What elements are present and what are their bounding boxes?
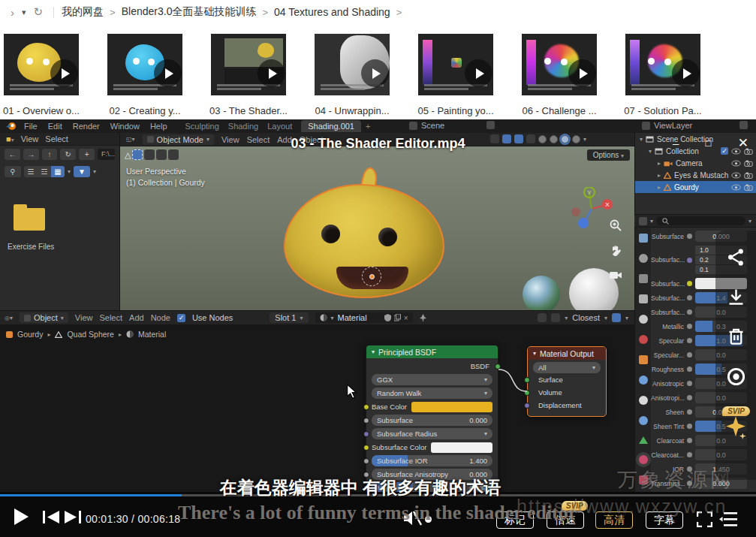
play-icon[interactable]: [465, 59, 492, 87]
video-player-frame[interactable]: File Edit Render Window Help Sculpting S…: [0, 119, 756, 537]
pan-hand-icon[interactable]: [609, 244, 622, 258]
favorite-star-icon[interactable]: [724, 415, 747, 439]
zoom-tool-icon[interactable]: [609, 219, 622, 232]
snap-mode-dropdown[interactable]: Closest: [572, 313, 600, 322]
search-icon[interactable]: ⚲: [5, 166, 21, 177]
breadcrumb-course[interactable]: Blender3.0全面基础技能训练: [122, 5, 257, 19]
render-visibility-icon[interactable]: [744, 160, 753, 167]
dropdown-field[interactable]: GGX▾: [372, 374, 492, 385]
snap-node-icon[interactable]: [551, 313, 560, 322]
detail-view-button[interactable]: ☲: [38, 166, 51, 177]
menu-help[interactable]: Help: [150, 122, 167, 131]
node-menu-select[interactable]: Select: [99, 313, 122, 322]
workspace-tab-sculpting[interactable]: Sculpting: [185, 122, 219, 131]
next-button[interactable]: [65, 511, 81, 523]
forward-arrow-icon[interactable]: ›: [11, 6, 14, 19]
bsdf-row-base-color[interactable]: Base Color: [372, 401, 492, 412]
value-field[interactable]: Subsurface0.000: [372, 415, 492, 426]
output-input-displacement[interactable]: Displacement: [528, 399, 606, 412]
material-name-field[interactable]: ▾ Material ×: [315, 312, 413, 323]
workspace-tab-layout[interactable]: Layout: [267, 122, 292, 131]
animate-dot[interactable]: [687, 234, 692, 239]
properties-tab-material-icon[interactable]: [639, 455, 648, 464]
bsdf-row-subsurface-radius[interactable]: Subsurface Radius▾: [372, 428, 492, 439]
search-field[interactable]: [656, 216, 745, 225]
render-visibility-icon[interactable]: [744, 184, 753, 191]
animate-dot[interactable]: [687, 281, 692, 286]
animate-dot[interactable]: [687, 395, 692, 400]
3d-viewport[interactable]: ◱▾ Object Mode ▾ View Select Add Object: [120, 133, 634, 310]
bsdf-row-ggx[interactable]: GGX▾: [372, 374, 492, 385]
video-thumbnail-card[interactable]: 07 - Solution Pa...: [625, 34, 700, 95]
thumbnail-image[interactable]: [107, 34, 182, 95]
share-icon[interactable]: [726, 247, 746, 267]
play-icon[interactable]: [258, 59, 285, 87]
new-viewlayer-icon[interactable]: [739, 121, 748, 129]
properties-tab-tool-icon[interactable]: [639, 234, 648, 243]
new-scene-icon[interactable]: [486, 121, 495, 129]
workspace-tab-active[interactable]: Shading.001: [301, 120, 361, 132]
use-nodes-checkbox[interactable]: ✓: [177, 314, 185, 322]
menu-render[interactable]: Render: [73, 122, 100, 131]
eye-icon[interactable]: [731, 172, 741, 179]
breadcrumb-chapter[interactable]: 04 Textures and Shading: [274, 6, 390, 18]
play-icon[interactable]: [361, 59, 389, 87]
animate-dot[interactable]: [687, 324, 692, 329]
chevron-down-icon[interactable]: ▾: [68, 168, 71, 175]
play-button[interactable]: [14, 508, 29, 525]
animate-dot[interactable]: [687, 352, 692, 357]
bsdf-row-subsurface[interactable]: Subsurface0.000: [372, 415, 492, 426]
video-thumbnail-card[interactable]: 04 - Unwrappin...: [315, 34, 390, 95]
bsdf-row-subsurface-color[interactable]: Subsurface Color: [372, 442, 492, 453]
menu-edit[interactable]: Edit: [48, 122, 62, 131]
input-socket[interactable]: [363, 418, 369, 424]
node-menu-view[interactable]: View: [75, 313, 93, 322]
dropdown-field[interactable]: Random Walk▾: [372, 388, 492, 399]
video-thumbnail-card[interactable]: 03 - The Shader...: [211, 34, 286, 95]
value-field[interactable]: Subsurface IOR1.400: [372, 455, 492, 466]
refresh-icon[interactable]: ↻: [34, 5, 44, 19]
navigation-gizmo[interactable]: X Y: [570, 187, 613, 231]
overlap-icon[interactable]: [612, 313, 621, 322]
video-thumbnail-card[interactable]: 02 - Creating y...: [107, 34, 182, 95]
pin-icon[interactable]: [420, 314, 426, 322]
add-workspace-button[interactable]: +: [366, 122, 370, 131]
thumbnail-image[interactable]: [625, 34, 700, 95]
breadcrumb-my-drive[interactable]: 我的网盘: [62, 5, 104, 19]
input-socket[interactable]: [363, 445, 369, 451]
input-socket[interactable]: [363, 404, 369, 410]
properties-tab-view-layer-icon[interactable]: [639, 294, 648, 303]
animate-dot[interactable]: [687, 258, 692, 263]
editor-type-icon[interactable]: ◎▾: [5, 315, 13, 321]
animate-dot[interactable]: [687, 424, 692, 429]
video-thumbnail-card[interactable]: 06 - Challenge ...: [522, 34, 597, 95]
thumbnail-image[interactable]: [211, 34, 286, 95]
properties-tab-modifier-icon[interactable]: [639, 376, 648, 385]
properties-tab-particles-icon[interactable]: [639, 396, 648, 405]
menu-window[interactable]: Window: [110, 122, 140, 131]
bsdf-row-subsurface-ior[interactable]: Subsurface IOR1.400: [372, 455, 492, 466]
properties-tab-object-data-icon[interactable]: [639, 436, 648, 444]
thumbnail-image[interactable]: [522, 34, 597, 95]
properties-tab-scene-icon[interactable]: [639, 315, 648, 324]
thumbnail-image[interactable]: [315, 34, 390, 95]
thumbnail-image[interactable]: [418, 34, 493, 95]
play-icon[interactable]: [50, 59, 78, 87]
eye-icon[interactable]: [731, 184, 741, 191]
render-visibility-icon[interactable]: [744, 172, 753, 179]
color-swatch[interactable]: [431, 442, 492, 453]
workspace-tab-shading[interactable]: Shading: [228, 122, 258, 131]
exercise-files-folder-icon[interactable]: [14, 208, 45, 231]
minimize-button[interactable]: –: [673, 137, 679, 149]
grid-view-button[interactable]: ▦: [51, 166, 65, 177]
outliner-row-eyes-mustach[interactable]: ▸Eyes & Mustach: [635, 169, 756, 181]
play-icon[interactable]: [672, 59, 700, 87]
previous-button[interactable]: [43, 511, 59, 523]
thumbnail-image[interactable]: [4, 34, 79, 95]
animate-dot[interactable]: [687, 452, 692, 457]
filter-menu-icon[interactable]: [639, 217, 647, 225]
scene-selector[interactable]: Scene: [409, 121, 444, 130]
shader-type-selector[interactable]: Object▾: [20, 312, 68, 323]
animate-dot[interactable]: [687, 309, 692, 315]
delete-icon[interactable]: [727, 327, 745, 347]
